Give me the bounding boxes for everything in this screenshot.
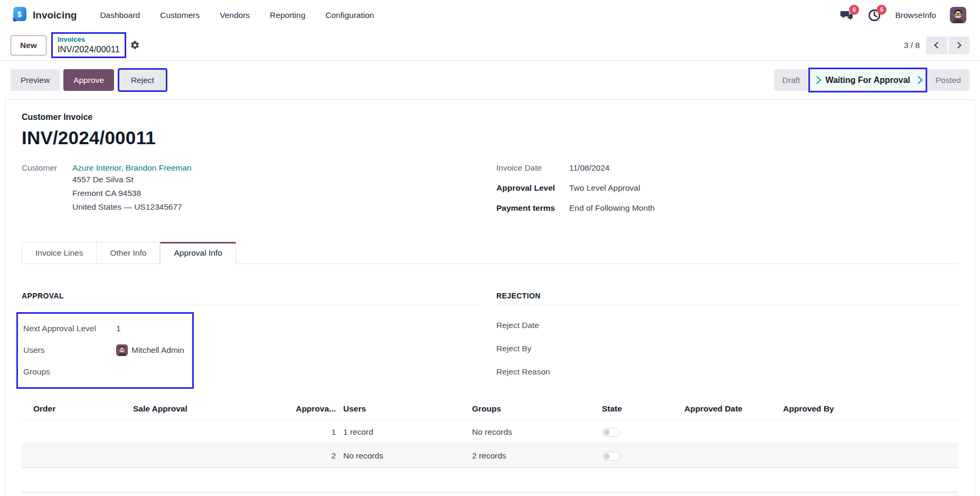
- invoice-date-value[interactable]: 11/08/2024: [569, 163, 609, 173]
- customer-address-line: United States — US12345677: [72, 200, 192, 214]
- users-value-text: Mitchell Admin: [131, 345, 184, 355]
- status-waiting-for-approval[interactable]: Waiting For Approval: [808, 68, 927, 92]
- pager-next-button[interactable]: [948, 36, 969, 54]
- customer-address-line: 4557 De Silva St: [72, 173, 192, 186]
- table-footer-gap: [22, 468, 958, 492]
- approval-lines-table: Order Sale Approval Approva... Users Gro…: [22, 398, 958, 468]
- payment-terms-value[interactable]: End of Following Month: [569, 203, 655, 213]
- chevron-right-icon: [955, 42, 962, 49]
- customer-address-line: Fremont CA 94538: [72, 186, 192, 200]
- breadcrumb-current: INV/2024/00011: [58, 44, 120, 55]
- status-active-label: Waiting For Approval: [825, 76, 910, 85]
- table-row[interactable]: 1 1 record No records: [22, 419, 958, 444]
- col-approved-date[interactable]: Approved Date: [684, 398, 783, 419]
- control-panel: New Invoices INV/2024/00011 3 / 8: [0, 30, 980, 61]
- menu-vendors[interactable]: Vendors: [220, 11, 250, 20]
- reject-date-label: Reject Date: [496, 321, 958, 330]
- menu-customers[interactable]: Customers: [160, 11, 200, 20]
- reject-button[interactable]: Reject: [118, 68, 167, 92]
- tab-approval-info[interactable]: Approval Info: [160, 242, 235, 264]
- user-tag-avatar: [116, 344, 128, 356]
- status-draft[interactable]: Draft: [774, 76, 809, 85]
- app-title: Invoicing: [33, 10, 77, 21]
- messages-badge: 6: [849, 5, 859, 15]
- approval-level-label: Approval Level: [496, 183, 569, 193]
- breadcrumb-invoices-link[interactable]: Invoices: [58, 35, 120, 44]
- statusbar: Draft Waiting For Approval Posted: [774, 69, 969, 91]
- status-arrow-icon: [813, 76, 822, 85]
- customer-field-label: Customer: [22, 163, 72, 214]
- state-toggle[interactable]: [602, 452, 620, 461]
- cell-users: No records: [343, 451, 472, 461]
- gear-icon[interactable]: [130, 40, 140, 50]
- payment-terms-label: Payment terms: [496, 203, 569, 213]
- notebook-tabs: Invoice Lines Other Info Approval Info: [22, 242, 958, 264]
- users-value[interactable]: Mitchell Admin: [116, 344, 184, 356]
- cell-approval-level: 2: [291, 451, 343, 461]
- col-sale-approval[interactable]: Sale Approval: [133, 398, 291, 419]
- reject-by-label: Reject By: [496, 344, 958, 353]
- action-bar: Preview Approve Reject Draft Waiting For…: [0, 61, 980, 99]
- menu-reporting[interactable]: Reporting: [270, 11, 305, 20]
- status-posted[interactable]: Posted: [927, 76, 969, 85]
- cell-groups: 2 records: [472, 451, 602, 461]
- activities-clock-icon[interactable]: 5: [868, 8, 881, 22]
- reject-reason-label: Reject Reason: [496, 367, 958, 377]
- invoicing-app-icon: $: [12, 6, 27, 24]
- svg-text:$: $: [17, 10, 22, 18]
- menu-configuration[interactable]: Configuration: [325, 11, 374, 20]
- cell-groups: No records: [472, 427, 602, 437]
- col-state[interactable]: State: [602, 398, 684, 419]
- col-users[interactable]: Users: [343, 398, 472, 419]
- table-header-row: Order Sale Approval Approva... Users Gro…: [22, 398, 958, 419]
- table-row[interactable]: 2 No records 2 records: [22, 444, 958, 468]
- messages-icon[interactable]: 6: [840, 8, 854, 22]
- app-brand[interactable]: $ Invoicing: [12, 6, 77, 24]
- pager-previous-button[interactable]: [926, 36, 947, 54]
- menu-dashboard[interactable]: Dashboard: [100, 11, 140, 20]
- cell-users: 1 record: [343, 427, 472, 437]
- breadcrumb-highlight-box: Invoices INV/2024/00011: [51, 32, 126, 58]
- approval-section-title: APPROVAL: [22, 292, 478, 305]
- tab-invoice-lines[interactable]: Invoice Lines: [22, 242, 97, 264]
- document-type-label: Customer Invoice: [22, 113, 958, 122]
- col-approval-level[interactable]: Approva...: [291, 398, 343, 419]
- cell-approval-level: 1: [291, 427, 343, 437]
- next-approval-level-label: Next Approval Level: [23, 324, 116, 333]
- chevron-left-icon: [934, 42, 941, 49]
- groups-label: Groups: [23, 367, 116, 377]
- next-approval-level-value[interactable]: 1: [116, 324, 121, 333]
- status-arrow-icon: [914, 76, 922, 85]
- activities-badge: 5: [877, 5, 887, 15]
- tab-other-info[interactable]: Other Info: [97, 242, 160, 264]
- invoice-date-label: Invoice Date: [496, 163, 569, 173]
- approval-fields-highlight-box: Next Approval Level 1 Users: [16, 312, 194, 389]
- customer-link[interactable]: Azure Interior, Brandon Freeman: [72, 163, 192, 173]
- preview-button[interactable]: Preview: [11, 69, 60, 91]
- users-label: Users: [23, 345, 116, 355]
- approval-level-value[interactable]: Two Level Approval: [569, 183, 640, 193]
- state-toggle[interactable]: [602, 428, 620, 437]
- main-menu: Dashboard Customers Vendors Reporting Co…: [100, 11, 374, 20]
- approve-button[interactable]: Approve: [63, 69, 114, 91]
- new-button[interactable]: New: [11, 35, 46, 55]
- pager-counter: 3 / 8: [904, 41, 920, 50]
- rejection-section-title: REJECTION: [496, 292, 958, 305]
- form-sheet: Customer Invoice INV/2024/00011 Customer…: [5, 99, 975, 495]
- col-groups[interactable]: Groups: [472, 398, 602, 419]
- user-name[interactable]: BrowseInfo: [895, 11, 936, 20]
- col-approved-by[interactable]: Approved By: [783, 398, 958, 419]
- top-navbar: $ Invoicing Dashboard Customers Vendors …: [0, 0, 980, 30]
- col-order[interactable]: Order: [22, 398, 133, 419]
- document-name-heading: INV/2024/00011: [22, 127, 958, 148]
- user-avatar[interactable]: [950, 7, 966, 23]
- sheet-bottom-area: [22, 492, 958, 495]
